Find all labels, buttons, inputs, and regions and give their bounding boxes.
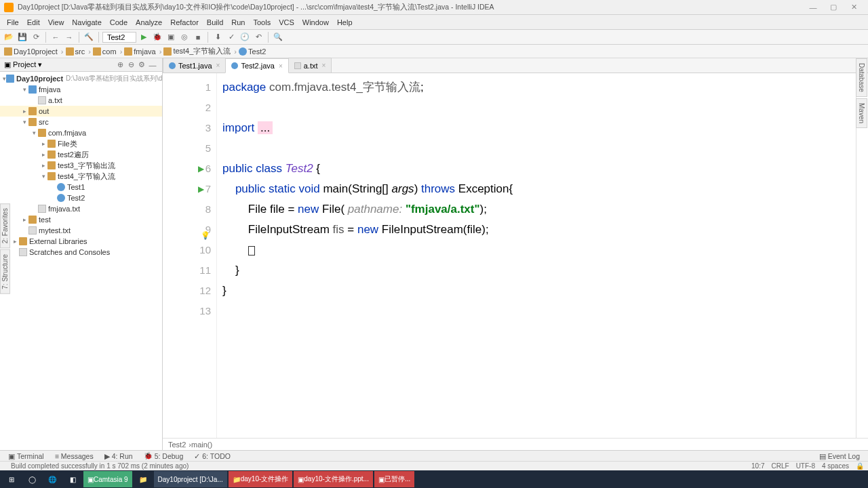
editor-area: Test1.java× Test2.java× a.txt× 1 2 3 5 ▶…	[163, 58, 868, 450]
run-button[interactable]: ▶	[138, 31, 150, 43]
tab-test1[interactable]: Test1.java×	[163, 58, 226, 73]
vcs-revert-icon[interactable]: ↶	[252, 31, 264, 43]
code-editor[interactable]: 1 2 3 5 ▶6 ▶7 8 💡9 10 11 12 13 package c…	[163, 73, 868, 438]
browser-icon[interactable]: 🌐	[42, 471, 62, 487]
file-encoding[interactable]: UTF-8	[796, 462, 815, 470]
tree-item[interactable]: Test2	[0, 192, 162, 203]
taskbar-intellij[interactable]: Day10project [D:\Ja...	[154, 471, 227, 487]
settings-icon[interactable]: ⚙	[136, 60, 147, 69]
tab-atxt[interactable]: a.txt×	[288, 58, 332, 73]
favorites-tool-tab[interactable]: 2: Favorites	[0, 203, 10, 248]
start-button[interactable]: ⊞	[1, 471, 22, 487]
close-button[interactable]: ✕	[844, 3, 864, 12]
crumb-fmjava[interactable]: fmjava	[134, 47, 155, 56]
event-log-tab[interactable]: ▤ Event Log	[814, 452, 865, 460]
menu-file[interactable]: File	[3, 17, 23, 28]
app-icon[interactable]: ◧	[62, 471, 83, 487]
forward-icon[interactable]: →	[63, 31, 75, 43]
stop-button[interactable]: ■	[192, 31, 204, 43]
tree-item[interactable]: fmjava.txt	[0, 203, 162, 214]
vcs-commit-icon[interactable]: ✓	[225, 31, 237, 43]
editor-breadcrumb[interactable]: Test2 › main()	[163, 438, 868, 450]
title-bar: Day10project [D:\Java零基础到项目实战系列\day10-文件…	[0, 0, 868, 15]
taskbar-folder[interactable]: 📁 day10-文件操作	[229, 471, 293, 487]
tree-item[interactable]: ▾test4_字节输入流	[0, 171, 162, 182]
hide-icon[interactable]: —	[147, 61, 158, 69]
search-everywhere-icon[interactable]: 🔍	[272, 31, 284, 43]
tree-item[interactable]: ▾com.fmjava	[0, 127, 162, 138]
menu-code[interactable]: Code	[106, 17, 132, 28]
tree-item[interactable]: Test1	[0, 182, 162, 192]
cortana-icon[interactable]: ◯	[22, 471, 42, 487]
tree-item[interactable]: Scratches and Consoles	[0, 247, 162, 258]
database-tool-tab[interactable]: Database	[856, 58, 867, 97]
maven-tool-tab[interactable]: Maven	[856, 98, 867, 128]
tree-item[interactable]: ▸External Libraries	[0, 236, 162, 247]
todo-tab[interactable]: ✓ 6: TODO	[189, 452, 236, 460]
git-branch[interactable]: 🔒	[856, 462, 864, 470]
left-tool-tabs: 2: Favorites 7: Structure	[0, 203, 11, 296]
run-tab[interactable]: ▶ 4: Run	[99, 452, 138, 460]
project-panel: ▣ Project ▾ ⊕ ⊖ ⚙ — ▾ Day10projectD:\Jav…	[0, 58, 163, 450]
tab-test2[interactable]: Test2.java×	[225, 58, 288, 73]
menu-view[interactable]: View	[44, 17, 68, 28]
minimize-button[interactable]: —	[803, 3, 823, 12]
profile-button[interactable]: ◎	[178, 31, 191, 43]
tree-item[interactable]: ▸File类	[0, 138, 162, 149]
project-view-selector[interactable]: ▣ Project ▾	[4, 60, 42, 69]
build-icon[interactable]: 🔨	[83, 31, 95, 43]
maximize-button[interactable]: ▢	[823, 3, 844, 12]
code-content[interactable]: package com.fmjava.test4_字节输入流; import .…	[217, 73, 868, 438]
tree-item[interactable]: ▾src	[0, 117, 162, 127]
line-separator[interactable]: CRLF	[772, 462, 789, 470]
vcs-update-icon[interactable]: ⬇	[212, 31, 224, 43]
gutter[interactable]: 1 2 3 5 ▶6 ▶7 8 💡9 10 11 12 13	[163, 73, 217, 438]
terminal-tab[interactable]: ▣ Terminal	[3, 452, 50, 460]
taskbar-paused[interactable]: ▣ 已暂停...	[374, 471, 414, 487]
menu-edit[interactable]: Edit	[23, 17, 44, 28]
menu-build[interactable]: Build	[203, 17, 227, 28]
menu-window[interactable]: Window	[298, 17, 333, 28]
structure-tool-tab[interactable]: 7: Structure	[0, 249, 10, 294]
menu-run[interactable]: Run	[227, 17, 249, 28]
crumb-src[interactable]: src	[75, 47, 85, 56]
vcs-history-icon[interactable]: 🕘	[239, 31, 251, 43]
tree-item[interactable]: ▸test3_字节输出流	[0, 160, 162, 171]
run-gutter-icon[interactable]: ▶	[198, 159, 204, 179]
collapse-all-icon[interactable]: ⊖	[125, 60, 136, 69]
coverage-button[interactable]: ▣	[165, 31, 177, 43]
project-tree[interactable]: ▾ Day10projectD:\Java零基础到项目实战系列\day10-..…	[0, 72, 162, 450]
run-gutter-icon[interactable]: ▶	[198, 179, 204, 199]
crumb-pkg[interactable]: test4_字节输入流	[173, 46, 231, 56]
menu-vcs[interactable]: VCS	[275, 17, 298, 28]
debug-button[interactable]: 🐞	[151, 31, 163, 43]
open-icon[interactable]: 📂	[3, 31, 15, 43]
tree-root[interactable]: ▾ Day10projectD:\Java零基础到项目实战系列\day10-..…	[0, 73, 162, 84]
tree-item[interactable]: ▸test	[0, 214, 162, 225]
caret-position[interactable]: 10:7	[751, 462, 764, 470]
menu-tools[interactable]: Tools	[249, 17, 275, 28]
tree-item[interactable]: ▾fmjava	[0, 84, 162, 95]
run-config-selector[interactable]: Test2	[102, 32, 136, 43]
menu-analyze[interactable]: Analyze	[132, 17, 166, 28]
expand-all-icon[interactable]: ⊕	[115, 60, 125, 69]
messages-tab[interactable]: ≡ Messages	[50, 452, 99, 460]
crumb-com[interactable]: com	[102, 47, 117, 56]
taskbar-ppt[interactable]: ▣ day10-文件操作.ppt...	[294, 471, 373, 487]
crumb-project[interactable]: Day10project	[14, 47, 58, 56]
debug-tab[interactable]: 🐞 5: Debug	[138, 451, 189, 460]
save-icon[interactable]: 💾	[16, 31, 28, 43]
crumb-class[interactable]: Test2	[248, 47, 266, 56]
sync-icon[interactable]: ⟳	[30, 31, 42, 43]
explorer-icon[interactable]: 📁	[133, 471, 153, 487]
indent-setting[interactable]: 4 spaces	[822, 462, 849, 470]
menu-help[interactable]: Help	[333, 17, 357, 28]
tree-item[interactable]: ▸out	[0, 106, 162, 117]
back-icon[interactable]: ←	[50, 31, 62, 43]
menu-navigate[interactable]: Navigate	[68, 17, 105, 28]
tree-item[interactable]: ▸test2遍历	[0, 149, 162, 160]
tree-item[interactable]: mytest.txt	[0, 225, 162, 236]
taskbar-camtasia[interactable]: ▣ Camtasia 9	[83, 471, 132, 487]
tree-item[interactable]: a.txt	[0, 95, 162, 106]
menu-refactor[interactable]: Refactor	[166, 17, 203, 28]
